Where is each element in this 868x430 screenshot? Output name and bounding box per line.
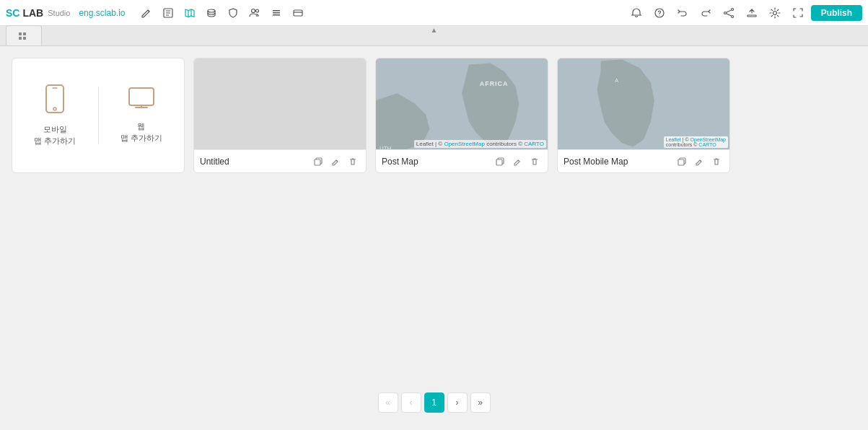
pagination-next[interactable]: › [447, 392, 468, 413]
redo-icon[interactable] [696, 3, 716, 23]
header-url: eng.sclab.io [79, 8, 125, 18]
svg-rect-33 [496, 159, 502, 165]
svg-rect-6 [273, 14, 280, 16]
tab-bar: ▲ [0, 26, 868, 46]
logo-studio: Studio [48, 9, 70, 17]
post-mobile-map-name: Post Mobile Map [564, 157, 672, 167]
svg-rect-27 [315, 159, 320, 165]
fullscreen-icon[interactable] [788, 3, 808, 23]
svg-rect-23 [129, 88, 154, 105]
svg-rect-19 [23, 37, 26, 40]
pagination-first[interactable]: « [378, 392, 398, 413]
post-map-delete-button[interactable] [527, 154, 542, 169]
db-icon[interactable] [201, 3, 222, 23]
untitled-map-preview [194, 58, 366, 149]
post-map-copy-button[interactable] [493, 154, 507, 169]
post-mobile-map-preview: A Leaflet | © OpenStreetMapcontributors … [558, 58, 729, 149]
header-nav-icons [136, 3, 308, 23]
post-mobile-map-edit-button[interactable] [692, 154, 706, 169]
pagination-last[interactable]: » [470, 392, 491, 413]
cards-row: 모바일맵 추가하기 웹맵 추가하기 [12, 58, 856, 173]
main-content: 모바일맵 추가하기 웹맵 추가하기 [0, 46, 868, 430]
svg-rect-14 [748, 15, 756, 17]
svg-text:UTH: UTH [380, 145, 392, 149]
tab-active[interactable] [6, 25, 42, 45]
publish-button[interactable]: Publish [811, 5, 862, 21]
header-right: Publish [626, 3, 862, 23]
bell-icon[interactable] [626, 3, 646, 23]
edit2-icon[interactable] [158, 3, 178, 23]
svg-point-13 [724, 12, 726, 14]
svg-point-15 [773, 11, 776, 14]
pagination-current[interactable]: 1 [424, 392, 444, 413]
untitled-copy-button[interactable] [311, 154, 325, 169]
pagination: « ‹ 1 › » [12, 381, 856, 418]
svg-text:AFRICA: AFRICA [480, 80, 509, 87]
svg-rect-20 [46, 85, 63, 113]
pagination-prev[interactable]: ‹ [401, 392, 421, 413]
upload-icon[interactable] [742, 3, 762, 23]
svg-rect-17 [23, 32, 26, 35]
svg-point-12 [731, 15, 733, 17]
list-icon[interactable] [266, 3, 286, 23]
untitled-map-footer [194, 149, 366, 172]
map-icon[interactable] [180, 3, 200, 23]
shield-icon[interactable] [223, 3, 243, 23]
tab-chevron-up: ▲ [429, 26, 440, 33]
undo-icon[interactable] [672, 3, 693, 23]
add-map-card: 모바일맵 추가하기 웹맵 추가하기 [12, 58, 185, 173]
svg-rect-5 [273, 12, 280, 14]
svg-point-22 [53, 108, 56, 110]
untitled-map-name [200, 157, 308, 167]
svg-point-3 [256, 9, 259, 12]
svg-rect-16 [19, 32, 22, 35]
add-web-option[interactable]: 웹맵 추가하기 [99, 58, 185, 172]
post-mobile-map-delete-button[interactable] [709, 154, 724, 169]
desktop-icon [128, 87, 154, 115]
users-icon[interactable] [245, 3, 265, 23]
post-mobile-map-footer: Post Mobile Map [558, 149, 729, 172]
svg-rect-37 [678, 159, 684, 165]
share-icon[interactable] [719, 3, 739, 23]
header: SCLAB Studio eng.sclab.io [0, 0, 868, 26]
help-icon[interactable] [649, 3, 670, 23]
svg-point-1 [208, 9, 215, 12]
post-map-attribution: Leaflet | © OpenStreetMap contributors ©… [414, 140, 546, 148]
post-map-name: Post Map [382, 157, 490, 167]
svg-text:A: A [615, 78, 618, 83]
svg-rect-18 [19, 37, 22, 40]
logo: SCLAB Studio [6, 7, 70, 19]
edit-icon[interactable] [136, 3, 157, 23]
logo-lab: LAB [22, 7, 43, 19]
post-map-footer: Post Map [376, 149, 548, 172]
untitled-delete-button[interactable] [346, 154, 360, 169]
add-mobile-option[interactable]: 모바일맵 추가하기 [12, 58, 98, 172]
logo-sc: SC [6, 7, 19, 19]
untitled-edit-button[interactable] [328, 154, 343, 169]
svg-rect-4 [273, 10, 280, 12]
card-icon[interactable] [288, 3, 308, 23]
untitled-map-card [193, 58, 367, 173]
post-mobile-map-card: A Leaflet | © OpenStreetMapcontributors … [557, 58, 730, 173]
svg-point-10 [659, 14, 659, 15]
post-mobile-map-copy-button[interactable] [675, 154, 689, 169]
untitled-map-name-input[interactable] [200, 157, 308, 167]
add-mobile-label: 모바일맵 추가하기 [34, 124, 76, 146]
svg-rect-7 [294, 10, 302, 16]
svg-point-11 [731, 8, 733, 10]
settings-icon[interactable] [765, 3, 785, 23]
svg-point-2 [252, 9, 255, 12]
post-map-edit-button[interactable] [510, 154, 525, 169]
post-map-preview: AFRICA UTH RICA Leaflet | © OpenStreetMa… [376, 58, 548, 149]
mobile-icon [43, 84, 66, 118]
post-mobile-map-attribution: Leaflet | © OpenStreetMapcontributors © … [664, 136, 728, 148]
post-map-card: AFRICA UTH RICA Leaflet | © OpenStreetMa… [375, 58, 548, 173]
add-web-label: 웹맵 추가하기 [120, 121, 162, 144]
